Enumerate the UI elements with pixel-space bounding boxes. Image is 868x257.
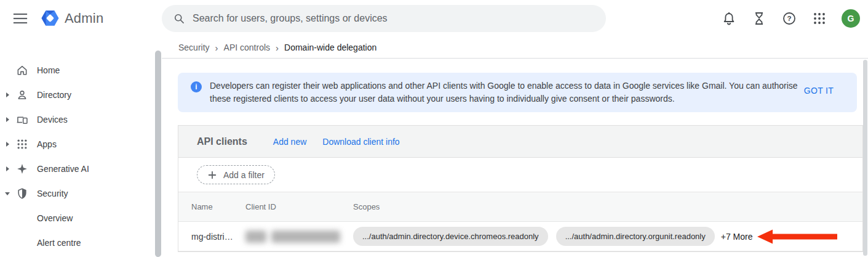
- admin-hexagon-icon: [41, 9, 60, 28]
- sidebar-item-overview[interactable]: Overview: [0, 206, 162, 230]
- help-icon[interactable]: ?: [781, 10, 797, 27]
- sidebar-item-label: Home: [37, 65, 60, 75]
- sidebar-item-generative-ai[interactable]: Generative AI: [0, 157, 162, 181]
- global-search[interactable]: [162, 5, 606, 32]
- banner-line-2: these registered clients to access your …: [210, 92, 813, 105]
- redacted-client-id: [271, 230, 340, 243]
- chevron-down-icon: [5, 192, 10, 195]
- card-title: API clients: [197, 136, 247, 147]
- api-clients-header: API clients Add new Download client info: [178, 126, 862, 158]
- content-scrollbar[interactable]: [863, 60, 867, 256]
- column-header-client-id: Client ID: [245, 202, 353, 211]
- apps-grid-icon[interactable]: [811, 10, 827, 27]
- breadcrumb-separator: ›: [276, 43, 279, 53]
- breadcrumb: Security › API controls › Domain-wide de…: [162, 37, 868, 59]
- sidebar-item-devices[interactable]: Devices: [0, 107, 162, 132]
- add-new-link[interactable]: Add new: [273, 137, 306, 147]
- apps-grid-icon: [16, 138, 28, 150]
- sidebar-nav: Home Directory Devices Apps Generative A: [0, 37, 162, 257]
- notifications-bell-icon[interactable]: [721, 10, 737, 27]
- admin-logo[interactable]: Admin: [41, 9, 103, 28]
- sidebar-item-label: Alert centre: [37, 238, 81, 248]
- search-input[interactable]: [193, 13, 595, 24]
- person-icon: [16, 89, 28, 101]
- column-header-scopes: Scopes: [353, 202, 862, 211]
- table-row[interactable]: mg-distri… .../auth/admin.directory.devi…: [178, 222, 862, 251]
- chevron-right-icon: [6, 117, 9, 122]
- sidebar-scrollbar[interactable]: [155, 51, 161, 257]
- sidebar-item-label: Directory: [37, 90, 71, 100]
- sidebar-item-security[interactable]: Security: [0, 181, 162, 206]
- sidebar-item-home[interactable]: Home: [0, 58, 162, 83]
- sidebar-item-label: Devices: [37, 115, 68, 124]
- add-filter-button[interactable]: Add a filter: [197, 165, 275, 184]
- add-filter-label: Add a filter: [223, 170, 265, 180]
- banner-text: Developers can register their web applic…: [210, 80, 813, 105]
- breadcrumb-separator: ›: [215, 43, 218, 53]
- client-name-cell: mg-distri…: [191, 232, 245, 242]
- got-it-button[interactable]: GOT IT: [804, 86, 834, 96]
- scope-chip: .../auth/admin.directory.device.chromeos…: [353, 227, 548, 246]
- sidebar-item-label: Security: [37, 189, 68, 198]
- home-icon: [16, 64, 28, 76]
- annotation-arrow-icon: [757, 229, 837, 245]
- tasks-hourglass-icon[interactable]: [751, 10, 767, 27]
- search-icon: [173, 12, 185, 25]
- chevron-right-icon: [6, 166, 9, 171]
- more-scopes-button[interactable]: +7 More: [721, 232, 753, 242]
- column-header-name: Name: [191, 202, 245, 211]
- breadcrumb-current-page: Domain-wide delegation: [284, 43, 376, 52]
- sidebar-item-apps[interactable]: Apps: [0, 132, 162, 157]
- redacted-client-id: [245, 230, 266, 243]
- sidebar-item-directory[interactable]: Directory: [0, 83, 162, 107]
- breadcrumb-security[interactable]: Security: [178, 43, 210, 52]
- info-icon: i: [191, 81, 202, 92]
- chevron-right-icon: [6, 92, 9, 97]
- scopes-cell: .../auth/admin.directory.device.chromeos…: [353, 227, 862, 246]
- topbar-actions: ? G: [721, 0, 860, 37]
- table-header-row: Name Client ID Scopes: [178, 192, 862, 222]
- scope-chip: .../auth/admin.directory.orgunit.readonl…: [556, 227, 715, 246]
- devices-icon: [16, 113, 28, 126]
- filter-row: Add a filter: [178, 158, 862, 192]
- info-banner: i Developers can register their web appl…: [178, 73, 857, 112]
- main-content: i Developers can register their web appl…: [162, 59, 868, 257]
- plus-icon: [207, 170, 217, 180]
- sparkle-icon: [16, 163, 28, 175]
- sidebar-item-label: Apps: [37, 139, 57, 149]
- client-id-cell: [245, 230, 353, 243]
- sidebar-item-label: Overview: [37, 213, 73, 223]
- shield-icon: [16, 187, 28, 200]
- account-avatar[interactable]: G: [842, 9, 860, 28]
- breadcrumb-api-controls[interactable]: API controls: [224, 43, 270, 52]
- menu-icon[interactable]: [12, 11, 28, 26]
- chevron-right-icon: [6, 142, 9, 147]
- api-clients-card: API clients Add new Download client info…: [178, 125, 863, 252]
- sidebar-item-label: Generative AI: [37, 164, 89, 174]
- download-client-info-link[interactable]: Download client info: [322, 137, 399, 147]
- svg-text:?: ?: [787, 15, 791, 22]
- top-bar: Admin ?: [0, 0, 868, 37]
- app-name: Admin: [65, 10, 103, 27]
- sidebar-item-alert-centre[interactable]: Alert centre: [0, 230, 162, 255]
- banner-line-1: Developers can register their web applic…: [210, 80, 813, 92]
